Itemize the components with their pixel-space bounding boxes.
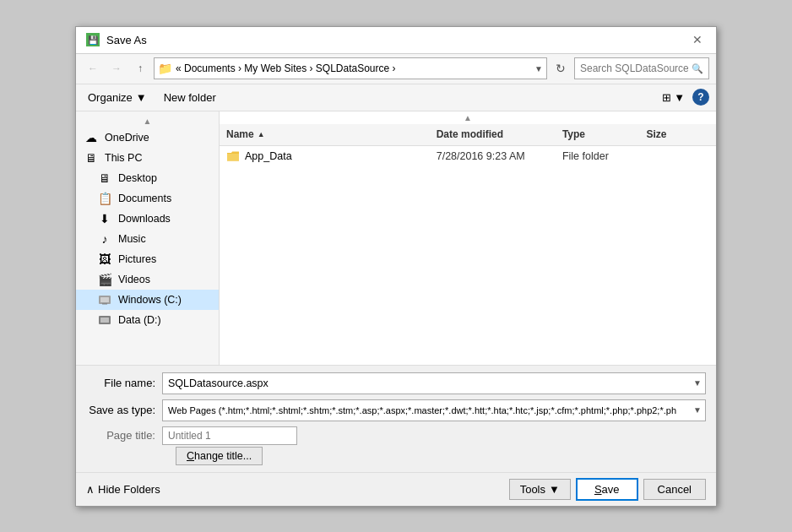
videos-icon: 🎬 xyxy=(96,273,113,286)
search-bar[interactable]: 🔍 xyxy=(574,57,709,79)
action-bar: Organize ▼ New folder ⊞ ▼ ? xyxy=(76,84,716,111)
search-icon: 🔍 xyxy=(692,63,703,74)
file-name-label: File name: xyxy=(86,377,162,389)
close-button[interactable]: ✕ xyxy=(689,31,706,48)
file-row-name: App_Data xyxy=(226,150,437,162)
cancel-label: Cancel xyxy=(658,483,692,496)
save-as-type-input[interactable] xyxy=(163,400,690,421)
column-type[interactable]: Type xyxy=(562,128,646,140)
save-as-type-label: Save as type: xyxy=(86,404,162,416)
sidebar-item-videos[interactable]: 🎬 Videos xyxy=(76,269,219,290)
page-title-label: Page title: xyxy=(86,429,162,442)
dialog-icon: 💾 xyxy=(86,33,100,46)
data-d-icon xyxy=(96,313,113,327)
bottom-section: File name: ▼ Save as type: ▼ Page title:… xyxy=(76,365,716,472)
column-size[interactable]: Size xyxy=(646,128,709,140)
documents-icon: 📋 xyxy=(96,192,113,205)
forward-button[interactable]: → xyxy=(106,58,127,79)
hide-folders-label: Hide Folders xyxy=(98,483,160,496)
save-label: Save xyxy=(594,483,620,496)
sidebar-item-data-d[interactable]: Data (D:) xyxy=(76,310,219,330)
sidebar-item-downloads[interactable]: ⬇ Downloads xyxy=(76,209,219,229)
navigation-toolbar: ← → ↑ 📁 « Documents › My Web Sites › SQL… xyxy=(76,54,716,84)
hide-folders-button[interactable]: ∧ Hide Folders xyxy=(86,483,160,496)
sidebar-item-documents[interactable]: 📋 Documents xyxy=(76,188,219,209)
this-pc-icon: 🖥 xyxy=(83,151,100,165)
file-name-input[interactable] xyxy=(163,373,690,394)
save-button[interactable]: Save xyxy=(576,478,638,501)
title-bar-left: 💾 Save As xyxy=(86,33,147,46)
path-text: « Documents › My Web Sites › SQLDataSour… xyxy=(176,62,531,74)
view-button[interactable]: ⊞ ▼ xyxy=(658,89,690,106)
action-bar-left: Organize ▼ New folder xyxy=(83,90,221,106)
windows-c-icon xyxy=(96,293,113,307)
help-button[interactable]: ? xyxy=(692,89,709,106)
view-icon: ⊞ xyxy=(662,91,671,104)
organize-label: Organize xyxy=(88,91,133,104)
hide-folders-arrow: ∧ xyxy=(86,483,95,496)
sidebar-item-this-pc[interactable]: 🖥 This PC xyxy=(76,148,219,168)
desktop-icon: 🖥 xyxy=(96,171,113,185)
tools-dropdown-icon: ▼ xyxy=(549,483,560,496)
sidebar: ▲ ☁ OneDrive 🖥 This PC 🖥 Desktop 📋 Docum… xyxy=(76,111,220,365)
action-bar-right: ⊞ ▼ ? xyxy=(658,89,710,106)
sidebar-label-downloads: Downloads xyxy=(118,213,171,225)
sort-arrow-name: ▲ xyxy=(258,130,265,138)
cancel-button[interactable]: Cancel xyxy=(643,479,706,500)
file-date: 7/28/2016 9:23 AM xyxy=(437,150,562,162)
sidebar-label-onedrive: OneDrive xyxy=(105,132,149,144)
path-dropdown-icon[interactable]: ▼ xyxy=(534,64,543,73)
organize-dropdown-icon: ▼ xyxy=(136,91,147,104)
up-button[interactable]: ↑ xyxy=(130,58,150,79)
sidebar-label-data-d: Data (D:) xyxy=(118,314,161,326)
downloads-icon: ⬇ xyxy=(96,212,113,225)
back-button[interactable]: ← xyxy=(83,58,103,79)
footer-right: Tools ▼ Save Cancel xyxy=(509,478,706,501)
file-area: ▲ Name ▲ Date modified Type Size xyxy=(220,111,716,365)
file-list-header: Name ▲ Date modified Type Size xyxy=(220,124,716,146)
onedrive-icon: ☁ xyxy=(83,131,100,144)
change-title-label: Change title... xyxy=(187,450,252,462)
column-date-modified[interactable]: Date modified xyxy=(437,128,562,140)
column-name[interactable]: Name ▲ xyxy=(226,128,437,140)
view-dropdown-icon: ▼ xyxy=(674,91,685,104)
sidebar-label-desktop: Desktop xyxy=(118,172,157,184)
sidebar-item-music[interactable]: ♪ Music xyxy=(76,229,219,249)
file-name-dropdown-icon[interactable]: ▼ xyxy=(690,378,705,388)
change-title-button[interactable]: Change title... xyxy=(176,447,263,465)
sidebar-item-onedrive[interactable]: ☁ OneDrive xyxy=(76,128,219,148)
new-folder-button[interactable]: New folder xyxy=(159,90,221,106)
scroll-up-arrow: ▲ xyxy=(76,115,219,128)
sidebar-item-desktop[interactable]: 🖥 Desktop xyxy=(76,168,219,188)
sidebar-item-windows-c[interactable]: Windows (C:) xyxy=(76,290,219,310)
main-content: ▲ ☁ OneDrive 🖥 This PC 🖥 Desktop 📋 Docum… xyxy=(76,111,716,365)
sidebar-label-pictures: Pictures xyxy=(118,253,156,265)
svg-rect-4 xyxy=(100,318,109,323)
organize-button[interactable]: Organize ▼ xyxy=(83,90,152,106)
file-name-input-wrapper[interactable]: ▼ xyxy=(162,372,706,394)
file-name-row: File name: ▼ xyxy=(86,372,706,394)
new-folder-label: New folder xyxy=(164,91,216,104)
tools-label: Tools xyxy=(520,483,545,496)
sidebar-item-pictures[interactable]: 🖼 Pictures xyxy=(76,249,219,269)
search-input[interactable] xyxy=(580,62,688,74)
svg-rect-1 xyxy=(100,297,109,302)
file-type: File folder xyxy=(562,150,646,162)
folder-icon xyxy=(226,150,240,162)
save-type-dropdown-icon[interactable]: ▼ xyxy=(690,405,705,415)
title-bar: 💾 Save As ✕ xyxy=(76,27,716,54)
path-bar[interactable]: 📁 « Documents › My Web Sites › SQLDataSo… xyxy=(154,57,547,79)
file-name: App_Data xyxy=(245,150,292,162)
save-type-input-wrapper[interactable]: ▼ xyxy=(162,399,706,421)
table-row[interactable]: App_Data 7/28/2016 9:23 AM File folder xyxy=(220,148,716,165)
page-title-input[interactable] xyxy=(162,426,297,445)
file-scroll-up: ▲ xyxy=(220,111,716,124)
path-folder-icon: 📁 xyxy=(158,62,172,75)
file-list: App_Data 7/28/2016 9:23 AM File folder xyxy=(220,146,716,365)
sidebar-label-this-pc: This PC xyxy=(105,152,142,164)
pictures-icon: 🖼 xyxy=(96,252,113,266)
refresh-button[interactable]: ↻ xyxy=(551,58,571,79)
save-as-dialog: 💾 Save As ✕ ← → ↑ 📁 « Documents › My Web… xyxy=(75,26,717,507)
dialog-title: Save As xyxy=(106,34,147,46)
tools-button[interactable]: Tools ▼ xyxy=(509,479,571,500)
